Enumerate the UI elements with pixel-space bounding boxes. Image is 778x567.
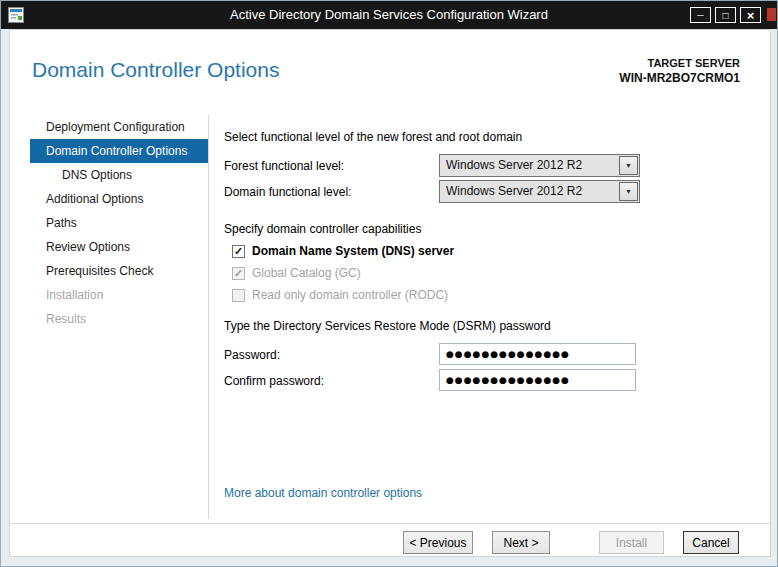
footer-divider: [10, 523, 770, 524]
forest-level-value: Windows Server 2012 R2: [440, 155, 618, 176]
checkbox-row-dns-server: ✓ Domain Name System (DNS) server: [232, 243, 454, 259]
chevron-down-icon[interactable]: ▼: [619, 182, 638, 201]
dsrm-heading: Type the Directory Services Restore Mode…: [224, 319, 551, 333]
close-button[interactable]: ×: [740, 7, 761, 23]
target-server-label: TARGET SERVER: [619, 57, 740, 69]
page-title: Domain Controller Options: [32, 58, 279, 82]
install-button: Install: [599, 531, 664, 554]
functional-level-heading: Select functional level of the new fores…: [224, 130, 522, 144]
rodc-checkbox-label: Read only domain controller (RODC): [252, 288, 448, 302]
capabilities-heading: Specify domain controller capabilities: [224, 222, 421, 236]
confirm-password-label: Confirm password:: [224, 374, 324, 388]
window-controls: ─ □ ×: [690, 7, 761, 23]
titlebar[interactable]: Active Directory Domain Services Configu…: [1, 1, 777, 29]
chevron-down-icon[interactable]: ▼: [619, 156, 638, 175]
sidebar-item-additional-options[interactable]: Additional Options: [30, 187, 208, 211]
checkmark-icon: ✓: [234, 268, 243, 279]
screen-edge-artifact: [767, 8, 776, 21]
more-about-link[interactable]: More about domain controller options: [224, 486, 422, 500]
cancel-button[interactable]: Cancel: [683, 531, 739, 554]
previous-button[interactable]: < Previous: [403, 531, 473, 554]
sidebar-item-deployment-configuration[interactable]: Deployment Configuration: [30, 115, 208, 139]
minimize-button[interactable]: ─: [690, 7, 711, 23]
sidebar-item-prerequisites-check[interactable]: Prerequisites Check: [30, 259, 208, 283]
checkmark-icon: ✓: [234, 246, 243, 257]
dns-server-checkbox[interactable]: ✓: [232, 245, 245, 258]
password-label: Password:: [224, 348, 280, 362]
sidebar-divider: [208, 115, 209, 519]
rodc-checkbox: [232, 289, 245, 302]
sidebar-item-dns-options[interactable]: DNS Options: [30, 163, 208, 187]
domain-level-value: Windows Server 2012 R2: [440, 181, 618, 202]
target-server-name: WIN-MR2BO7CRMO1: [619, 71, 740, 85]
global-catalog-checkbox-label: Global Catalog (GC): [252, 266, 361, 280]
content-panel: Domain Controller Options TARGET SERVER …: [9, 29, 771, 557]
window-title: Active Directory Domain Services Configu…: [1, 1, 777, 29]
domain-level-label: Domain functional level:: [224, 185, 351, 199]
sidebar-item-results: Results: [30, 307, 208, 331]
confirm-password-input[interactable]: [439, 369, 636, 391]
maximize-button[interactable]: □: [715, 7, 736, 23]
checkbox-row-global-catalog: ✓ Global Catalog (GC): [232, 265, 361, 281]
forest-level-dropdown[interactable]: Windows Server 2012 R2 ▼: [439, 154, 640, 177]
forest-level-label: Forest functional level:: [224, 159, 344, 173]
sidebar-item-paths[interactable]: Paths: [30, 211, 208, 235]
next-button[interactable]: Next >: [492, 531, 550, 554]
sidebar-item-installation: Installation: [30, 283, 208, 307]
sidebar-item-domain-controller-options[interactable]: Domain Controller Options: [30, 139, 208, 163]
dns-server-checkbox-label: Domain Name System (DNS) server: [252, 244, 454, 258]
password-input[interactable]: [439, 343, 636, 365]
target-server-block: TARGET SERVER WIN-MR2BO7CRMO1: [619, 57, 740, 85]
checkbox-row-rodc: Read only domain controller (RODC): [232, 287, 448, 303]
global-catalog-checkbox: ✓: [232, 267, 245, 280]
wizard-window: Active Directory Domain Services Configu…: [0, 0, 778, 567]
sidebar-item-review-options[interactable]: Review Options: [30, 235, 208, 259]
domain-level-dropdown[interactable]: Windows Server 2012 R2 ▼: [439, 180, 640, 203]
